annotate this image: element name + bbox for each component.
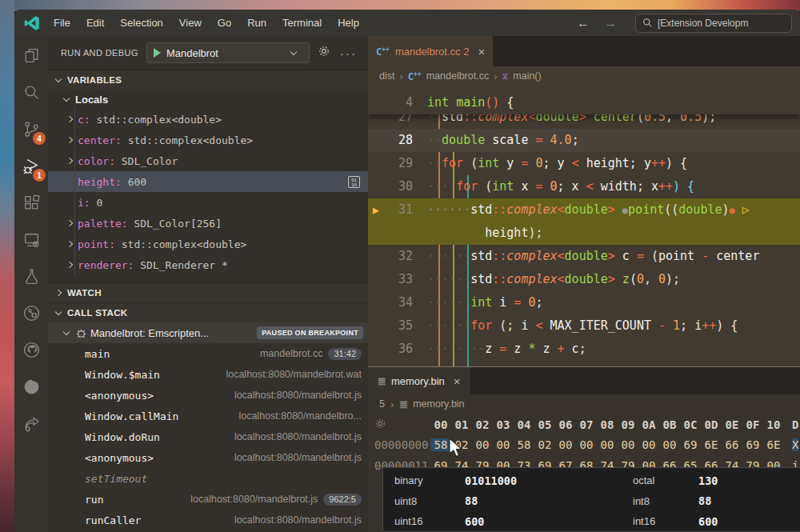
debug-session-row[interactable]: Mandelbrot: Emscripten... PAUSED ON BREA… — [48, 322, 368, 343]
vscode-logo-icon — [24, 15, 40, 31]
hex-byte[interactable]: 00 — [555, 438, 576, 451]
command-center-search[interactable]: [Extension Developm — [635, 14, 792, 33]
variable-row[interactable]: palette: SDL_Color[256] — [48, 213, 368, 234]
code-line[interactable]: 30 ····for (int x = 0; x < width; x++) { — [368, 175, 800, 198]
stack-frame[interactable]: setTimeout — [48, 468, 368, 489]
code-line[interactable]: 35 ······for (; i < MAX_ITER_COUNT - 1; … — [368, 314, 800, 338]
launch-config-dropdown[interactable]: Mandelbrot — [146, 42, 310, 63]
hex-byte[interactable]: 00 — [493, 438, 514, 451]
activity-item-dependency-graph[interactable] — [18, 302, 44, 327]
stack-frame[interactable]: Window.doRun localhost:8080/mandelbrot.j… — [48, 426, 368, 447]
menu-edit[interactable]: Edit — [79, 14, 111, 31]
stack-frame[interactable]: runCaller localhost:8080/mandelbrot.js — [48, 510, 368, 530]
code-line[interactable]: height); — [368, 222, 800, 245]
activity-item-remote-explorer[interactable] — [18, 228, 44, 254]
breadcrumb[interactable]: dist›C++mandelbrot.cc›⧖main() — [368, 66, 800, 86]
hex-byte[interactable]: 00 — [618, 438, 638, 451]
hex-byte[interactable]: 6E — [701, 438, 722, 451]
code-line[interactable]: 32 ······std::complex<double> c = (point… — [368, 245, 800, 268]
variable-row[interactable]: center: std::complex<double> — [48, 130, 368, 150]
breadcrumb-item[interactable]: 5 — [379, 398, 385, 410]
sticky-scroll-line[interactable]: 4 int main() { — [368, 91, 800, 114]
gear-icon[interactable] — [374, 418, 386, 433]
activity-item-source-control[interactable]: 4 — [18, 118, 44, 143]
watch-section-header[interactable]: WATCH — [48, 282, 368, 302]
hex-byte[interactable]: 69 — [680, 438, 701, 451]
variable-row[interactable]: renderer: SDL_Renderer * — [48, 254, 368, 275]
stack-frame[interactable]: <anonymous> localhost:8080/mandelbrot.js — [48, 447, 368, 468]
activity-item-explorer[interactable] — [18, 44, 44, 70]
menu-run[interactable]: Run — [240, 14, 274, 31]
hex-byte[interactable]: 58 — [514, 438, 534, 451]
variable-row[interactable]: point: std::complex<double> — [48, 234, 368, 254]
tab-mandelbrot-cc[interactable]: C++ mandelbrot.cc 2 × — [368, 36, 493, 66]
hex-byte[interactable]: 00 — [576, 438, 597, 451]
activity-item-share[interactable] — [18, 412, 44, 438]
activity-item-search[interactable] — [18, 81, 44, 106]
breadcrumb-item[interactable]: dist — [379, 70, 394, 82]
more-actions-button[interactable]: ··· — [340, 46, 357, 60]
hex-byte[interactable]: 00 — [472, 438, 493, 451]
menu-file[interactable]: File — [46, 14, 78, 31]
activity-item-edge-browser[interactable] — [18, 375, 44, 401]
code-line[interactable]: 34 ······int i = 0; — [368, 291, 800, 314]
activity-item-github[interactable] — [18, 338, 44, 364]
code-line[interactable]: 33 ······std::complex<double> z(0, 0); — [368, 268, 800, 291]
activity-item-run-debug[interactable]: 1 — [18, 154, 44, 180]
paused-status-badge: PAUSED ON BREAKPOINT — [257, 326, 363, 339]
variable-row[interactable]: i: 0 — [48, 192, 368, 213]
stack-frame[interactable]: <anonymous> localhost:8080/mandelbrot.js — [48, 385, 368, 406]
variables-section-header[interactable]: VARIABLES — [48, 70, 368, 90]
variable-row[interactable]: color: SDL_Color — [48, 150, 368, 171]
hex-byte[interactable]: 00 — [659, 438, 680, 451]
badge: 1 — [33, 169, 46, 182]
close-icon[interactable]: × — [454, 374, 461, 388]
menu-terminal[interactable]: Terminal — [275, 14, 329, 31]
editor-tab-bar: C++ mandelbrot.cc 2 × — [368, 36, 800, 66]
stack-frame[interactable]: main mandelbrot.cc 31:42 — [48, 343, 368, 364]
menu-selection[interactable]: Selection — [113, 14, 170, 31]
screenshot: FileEditSelectionViewGoRunTerminalHelp ←… — [0, 0, 800, 532]
menu-go[interactable]: Go — [210, 14, 238, 31]
menu-help[interactable]: Help — [330, 14, 366, 31]
code-line[interactable]: 29 ··for (int y = 0; y < height; y++) { — [368, 152, 800, 175]
hex-byte[interactable]: 69 — [742, 438, 763, 451]
hex-byte[interactable]: 6E — [763, 438, 784, 451]
hex-byte[interactable]: 66 — [722, 438, 742, 451]
nav-forward-icon[interactable]: → — [597, 16, 624, 30]
editor-group: C++ mandelbrot.cc 2 × dist›C++mandelbrot… — [368, 36, 800, 532]
variable-row[interactable]: height: 600 0110 — [48, 171, 368, 192]
activity-item-testing[interactable] — [18, 265, 44, 290]
vscode-window: FileEditSelectionViewGoRunTerminalHelp ←… — [14, 10, 800, 532]
close-icon[interactable]: × — [478, 45, 485, 58]
location-badge: 9622:5 — [323, 494, 362, 506]
breadcrumb-item[interactable]: main() — [513, 70, 541, 82]
nav-back-icon[interactable]: ← — [570, 16, 597, 30]
stack-frame[interactable]: Window.$main localhost:8080/mandelbrot.w… — [48, 364, 368, 385]
breadcrumb-item[interactable]: mandelbrot.cc — [426, 70, 490, 82]
code-line[interactable]: ▶ 31 ······std::complex<double> ●point((… — [368, 198, 800, 222]
code-line[interactable]: 36 ········z = z * z + c; — [368, 338, 800, 361]
hex-breadcrumb[interactable]: 5›≣memory.bin — [368, 394, 800, 414]
dependency-graph-icon — [22, 304, 41, 326]
hex-byte[interactable]: 02 — [534, 438, 555, 451]
variable-row[interactable]: c: std::complex<double> — [48, 109, 368, 130]
tab-memory-bin[interactable]: ≣ memory.bin × — [368, 367, 470, 394]
stack-frame[interactable]: run localhost:8080/mandelbrot.js 9622:5 — [48, 489, 368, 510]
binary-view-icon[interactable]: 0110 — [348, 176, 360, 188]
start-debug-icon[interactable] — [154, 48, 161, 58]
stack-frame[interactable]: Window.callMain localhost:8080/mandelbro… — [48, 406, 368, 426]
hex-byte[interactable]: 00 — [638, 438, 659, 451]
code-line[interactable]: 28 ··double scale = 4.0; — [368, 129, 800, 152]
activity-item-extensions[interactable] — [18, 191, 44, 217]
code-editor[interactable]: 27 ··std::complex<double> center(0.5, 0.… — [368, 86, 800, 366]
call-stack-section-header[interactable]: CALL STACK — [48, 302, 368, 322]
gear-icon[interactable] — [318, 45, 330, 61]
menu-view[interactable]: View — [172, 14, 209, 31]
locals-scope[interactable]: Locals — [48, 90, 368, 109]
hex-byte[interactable]: 00 — [597, 438, 618, 451]
hex-data-row[interactable]: 00000000 580200005802000000000000696E666… — [374, 434, 800, 455]
variables-list: c: std::complex<double> center: std::com… — [48, 109, 368, 275]
breadcrumb-item[interactable]: memory.bin — [413, 398, 464, 410]
breakpoint-paused-icon[interactable]: ▶ — [373, 204, 379, 216]
